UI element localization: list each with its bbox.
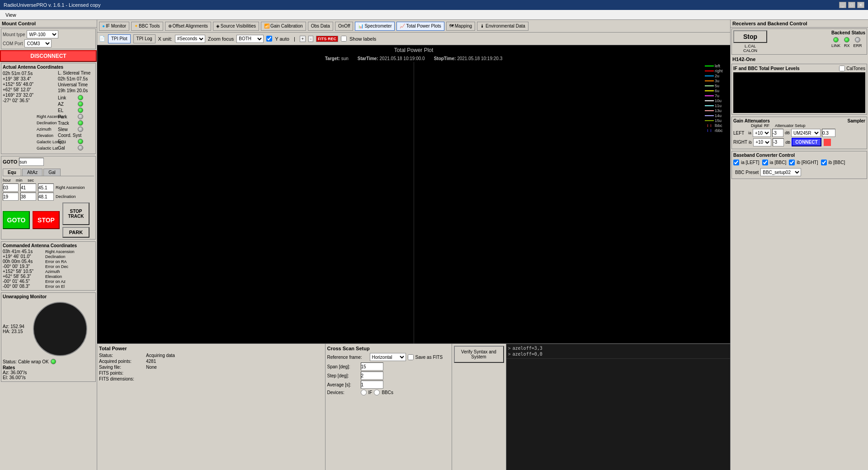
mount-type-select[interactable]: WP-100 — [27, 30, 58, 38]
goto-box: GOTO Equ AltAz Gal hour min sec Right A — [1, 156, 96, 240]
bbc-preset-select[interactable]: BBC_setup02 — [760, 168, 801, 176]
cmd-el-value: +62° 58' 56.3" — [3, 274, 43, 279]
if-monitor-btn[interactable]: ● IF Monitor — [99, 22, 129, 31]
dec-deg-input[interactable] — [3, 193, 19, 201]
devices-if-radio[interactable] — [361, 390, 367, 395]
zoom-focus-select[interactable]: BOTH — [236, 35, 264, 43]
save-as-fits-checkbox[interactable] — [408, 354, 414, 360]
right-rf-input[interactable] — [773, 138, 784, 146]
reference-frame-select[interactable]: Horizontal — [370, 353, 406, 361]
ra-sec-input[interactable] — [38, 183, 54, 192]
ia-bbc-checkbox[interactable] — [762, 160, 768, 165]
gain-calibration-btn[interactable]: 📶 Gain Calibration — [261, 22, 306, 31]
console-input-panel: > azeloff=3,3 > azeloff=0,0 — [506, 344, 731, 470]
left-rf-input[interactable] — [772, 129, 783, 137]
ia-left-checkbox[interactable] — [733, 160, 739, 165]
fits-rec-btn[interactable]: FITS REC — [316, 36, 338, 42]
ra-hour-input[interactable] — [3, 183, 19, 192]
cmd-ra-error-value: 00h 00m 05.4s — [3, 259, 43, 264]
x-unit-select[interactable]: #Seconds — [175, 35, 205, 43]
maximize-button[interactable]: □ — [848, 2, 855, 8]
on-off-btn[interactable]: OnOff — [335, 22, 354, 31]
az-rate: Az: 36.00"/s — [3, 370, 94, 375]
window-controls[interactable]: _ □ ✕ — [839, 2, 864, 8]
menu-view[interactable]: View — [2, 11, 20, 19]
console-input1: azeloff=3,3 — [513, 346, 542, 351]
com-port-select[interactable]: COM3 — [24, 39, 52, 47]
mapping-btn[interactable]: 🗺 Mapping — [446, 22, 475, 31]
zoom-in-btn[interactable]: + — [300, 36, 306, 42]
compass-display — [33, 302, 87, 356]
close-button[interactable]: ✕ — [857, 2, 864, 8]
source-visibilities-btn[interactable]: ◈ Source Visibilities — [213, 22, 259, 31]
mount-settings-box: Mount type WP-100 COM Port COM3 — [1, 28, 96, 49]
tpi-log-btn[interactable]: TPI Log — [133, 34, 156, 43]
actual-coords-box: Actual Antenna Coordinates 02h 51m 07.5s… — [1, 63, 96, 154]
offset-alignments-btn[interactable]: ⊕ Offset Alignments — [165, 22, 211, 31]
zoom-out-btn[interactable]: - — [308, 36, 313, 42]
ra-actual-value: 02h 51m 07.5s — [3, 71, 34, 76]
console-log — [506, 359, 731, 470]
legend-right: right — [715, 69, 723, 73]
stop-button[interactable]: STOP — [33, 211, 60, 229]
average-input[interactable] — [361, 381, 383, 389]
az-label-ind: AZ — [58, 102, 76, 107]
spectrometer-btn[interactable]: 📊 Spectrometer — [355, 22, 395, 31]
backend-stop-button[interactable]: Stop — [733, 30, 767, 43]
ib-right-label: ib [RIGHT] — [797, 160, 818, 165]
gal-long-label: Galactic Long — [37, 140, 94, 146]
total-power-section-label: Total Power — [99, 346, 323, 351]
calon-label: CALON — [733, 48, 767, 53]
devices-bbcs-radio[interactable] — [374, 390, 380, 395]
dec-sec-input[interactable] — [38, 193, 54, 201]
park-button[interactable]: PARK — [62, 227, 90, 238]
total-power-plots-btn[interactable]: 📈 Total Power Plots — [396, 22, 444, 31]
unwrapping-label: Unwrapping Monitor — [3, 294, 94, 299]
right-digital-select[interactable]: +10 — [753, 138, 771, 146]
left-attenuator-select[interactable]: UM245R — [791, 129, 821, 137]
universal-value: 19h 19m 20.0s — [58, 88, 88, 93]
title-bar: RadioUniversePRO v. 1.6.1 - Licensed cop… — [0, 0, 868, 10]
tab-equ[interactable]: Equ — [3, 169, 21, 176]
universal-label: Universal Time — [58, 82, 88, 87]
step-input[interactable] — [361, 371, 383, 380]
content-area: ● IF Monitor ✦ BBC Tools ⊕ Offset Alignm… — [97, 20, 730, 470]
goto-target-input[interactable] — [19, 158, 44, 166]
minimize-button[interactable]: _ — [839, 2, 846, 8]
ib-right-checkbox[interactable] — [789, 160, 795, 165]
cable-wrap-status: Status: Cable wrap OK — [3, 359, 49, 364]
mount-control-header: Mount Control — [0, 20, 97, 28]
span-input[interactable] — [361, 362, 383, 371]
connect-button[interactable]: CONNECT — [792, 138, 821, 146]
backend-header: Receivers and Backend Control — [731, 20, 868, 28]
stop-track-button[interactable]: STOP TRACK — [62, 202, 90, 225]
show-labels-checkbox[interactable] — [341, 36, 347, 42]
dec-actual-value: +19° 38' 33.4" — [3, 76, 34, 81]
environmental-data-btn[interactable]: 🌡 Environmental Data — [477, 22, 528, 31]
tpi-plot-btn[interactable]: TPI Plot — [108, 34, 131, 43]
az-label: Azimuth — [37, 127, 94, 133]
tab-altaz[interactable]: AltAz — [22, 169, 42, 176]
tab-gal[interactable]: Gal — [43, 169, 61, 176]
bbc-tools-btn[interactable]: ✦ BBC Tools — [131, 22, 163, 31]
ra-min-input[interactable] — [20, 183, 36, 192]
main-toolbar: ● IF Monitor ✦ BBC Tools ⊕ Offset Alignm… — [97, 20, 730, 33]
goto-label: GOTO — [3, 159, 17, 164]
el-led — [78, 108, 83, 113]
caltones-checkbox[interactable] — [839, 66, 845, 71]
ib-bbc-checkbox[interactable] — [821, 160, 827, 165]
dec-min-input[interactable] — [20, 193, 36, 201]
ra-label: Right Ascension — [37, 114, 94, 121]
if-bbc-power-box: IF and BBC Total Power Levels CalTones — [731, 64, 867, 115]
goto-button[interactable]: GOTO — [3, 211, 30, 229]
coord-labels: Right Ascension Declination Azimuth Elev… — [37, 114, 94, 152]
left-sampler-input[interactable] — [822, 129, 835, 137]
acquired-points-label: Acquired points: — [99, 359, 144, 364]
y-auto-checkbox[interactable] — [266, 36, 272, 42]
left-digital-select[interactable]: +10 — [753, 129, 771, 137]
actual-coords-label: Actual Antenna Coordinates — [3, 65, 94, 70]
obs-data-btn[interactable]: Obs Data — [308, 22, 333, 31]
verify-syntax-button[interactable]: Verify Syntax and System — [454, 346, 504, 363]
disconnect-button[interactable]: DISCONNECT — [0, 50, 97, 62]
gain-attenuators-box: Gain Attenuators Sampler Digital RF Atte… — [731, 117, 867, 149]
